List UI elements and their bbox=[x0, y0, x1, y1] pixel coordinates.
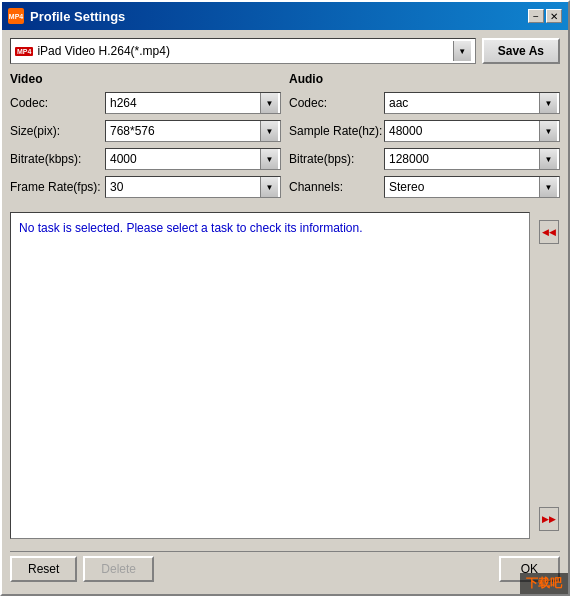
video-framerate-label: Frame Rate(fps): bbox=[10, 180, 105, 194]
preset-dropdown-arrow[interactable] bbox=[453, 41, 471, 61]
video-framerate-arrow[interactable] bbox=[260, 177, 278, 197]
scroll-sidebar: ◀◀ ▶▶ bbox=[538, 212, 560, 539]
audio-bitrate-select[interactable]: 128000 bbox=[384, 148, 560, 170]
video-section: Video Codec: h264 Size(pix): 768*576 bbox=[10, 72, 281, 204]
video-bitrate-row: Bitrate(kbps): 4000 bbox=[10, 148, 281, 170]
video-size-row: Size(pix): 768*576 bbox=[10, 120, 281, 142]
video-size-label: Size(pix): bbox=[10, 124, 105, 138]
bottom-left-buttons: Reset Delete bbox=[10, 556, 154, 582]
delete-button[interactable]: Delete bbox=[83, 556, 154, 582]
info-message: No task is selected. Please select a tas… bbox=[19, 221, 363, 235]
minimize-button[interactable]: − bbox=[528, 9, 544, 23]
audio-bitrate-label: Bitrate(bps): bbox=[289, 152, 384, 166]
video-size-arrow[interactable] bbox=[260, 121, 278, 141]
video-framerate-select[interactable]: 30 bbox=[105, 176, 281, 198]
video-framerate-value: 30 bbox=[110, 180, 123, 194]
audio-channels-select[interactable]: Stereo bbox=[384, 176, 560, 198]
video-codec-label: Codec: bbox=[10, 96, 105, 110]
audio-channels-row: Channels: Stereo bbox=[289, 176, 560, 198]
audio-channels-label: Channels: bbox=[289, 180, 384, 194]
close-button[interactable]: ✕ bbox=[546, 9, 562, 23]
video-bitrate-arrow[interactable] bbox=[260, 149, 278, 169]
preset-row: MP4 iPad Video H.264(*.mp4) Save As bbox=[10, 38, 560, 64]
preset-value: iPad Video H.264(*.mp4) bbox=[37, 44, 170, 58]
audio-codec-select[interactable]: aac bbox=[384, 92, 560, 114]
preset-select[interactable]: MP4 iPad Video H.264(*.mp4) bbox=[10, 38, 476, 64]
info-box: No task is selected. Please select a tas… bbox=[10, 212, 530, 539]
audio-codec-arrow[interactable] bbox=[539, 93, 557, 113]
reset-button[interactable]: Reset bbox=[10, 556, 77, 582]
mp4-icon: MP4 bbox=[15, 47, 33, 56]
video-framerate-row: Frame Rate(fps): 30 bbox=[10, 176, 281, 198]
settings-area: Video Codec: h264 Size(pix): 768*576 bbox=[10, 72, 560, 204]
audio-samplerate-arrow[interactable] bbox=[539, 121, 557, 141]
video-bitrate-value: 4000 bbox=[110, 152, 137, 166]
audio-bitrate-row: Bitrate(bps): 128000 bbox=[289, 148, 560, 170]
video-codec-arrow[interactable] bbox=[260, 93, 278, 113]
video-bitrate-select[interactable]: 4000 bbox=[105, 148, 281, 170]
audio-codec-label: Codec: bbox=[289, 96, 384, 110]
window-controls: − ✕ bbox=[528, 9, 562, 23]
audio-bitrate-value: 128000 bbox=[389, 152, 429, 166]
audio-codec-row: Codec: aac bbox=[289, 92, 560, 114]
bottom-bar: Reset Delete OK bbox=[10, 551, 560, 586]
audio-section: Audio Codec: aac Sample Rate(hz): 48000 bbox=[289, 72, 560, 204]
middle-row: No task is selected. Please select a tas… bbox=[10, 212, 560, 539]
video-size-value: 768*576 bbox=[110, 124, 155, 138]
video-bitrate-label: Bitrate(kbps): bbox=[10, 152, 105, 166]
save-as-button[interactable]: Save As bbox=[482, 38, 560, 64]
audio-channels-arrow[interactable] bbox=[539, 177, 557, 197]
video-size-select[interactable]: 768*576 bbox=[105, 120, 281, 142]
audio-samplerate-label: Sample Rate(hz): bbox=[289, 124, 384, 138]
video-codec-select[interactable]: h264 bbox=[105, 92, 281, 114]
audio-samplerate-select[interactable]: 48000 bbox=[384, 120, 560, 142]
audio-bitrate-arrow[interactable] bbox=[539, 149, 557, 169]
audio-section-title: Audio bbox=[289, 72, 560, 86]
title-bar: MP4 Profile Settings − ✕ bbox=[2, 2, 568, 30]
video-section-title: Video bbox=[10, 72, 281, 86]
audio-samplerate-row: Sample Rate(hz): 48000 bbox=[289, 120, 560, 142]
video-codec-value: h264 bbox=[110, 96, 137, 110]
window-title: Profile Settings bbox=[30, 9, 125, 24]
audio-samplerate-value: 48000 bbox=[389, 124, 422, 138]
audio-codec-value: aac bbox=[389, 96, 408, 110]
scroll-next-button[interactable]: ▶▶ bbox=[539, 507, 559, 531]
video-codec-row: Codec: h264 bbox=[10, 92, 281, 114]
app-icon: MP4 bbox=[8, 8, 24, 24]
audio-channels-value: Stereo bbox=[389, 180, 424, 194]
scroll-prev-button[interactable]: ◀◀ bbox=[539, 220, 559, 244]
watermark: 下载吧 bbox=[520, 573, 568, 594]
